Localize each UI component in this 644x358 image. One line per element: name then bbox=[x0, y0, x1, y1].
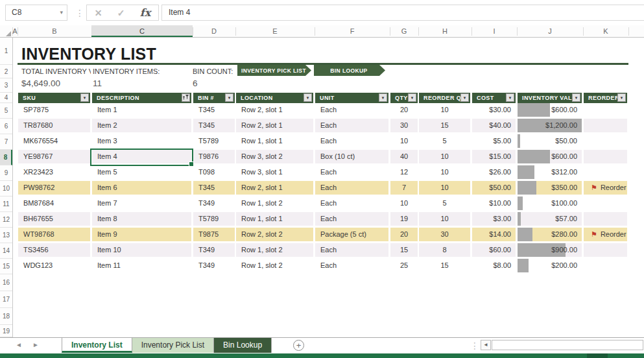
cell-H13[interactable]: 30 bbox=[419, 228, 470, 241]
cell-E6[interactable]: Row 2, slot 1 bbox=[236, 119, 313, 132]
cell-F15[interactable]: Each bbox=[315, 259, 388, 272]
cell-K7[interactable] bbox=[584, 134, 627, 148]
filter-dropdown-icon-sku[interactable]: ▼ bbox=[80, 93, 89, 102]
cell-F13[interactable]: Package (5 ct) bbox=[315, 228, 388, 241]
cell-H12[interactable]: 10 bbox=[419, 212, 470, 226]
cell-C13[interactable]: Item 9 bbox=[92, 228, 191, 241]
filter-dropdown-icon-reorder-qty[interactable]: ▼ bbox=[460, 93, 469, 102]
cell-J8[interactable]: $600.00 bbox=[518, 150, 582, 163]
cell-K8[interactable] bbox=[584, 150, 627, 163]
column-title-unit[interactable]: UNIT▼ bbox=[315, 93, 388, 103]
cell-K11[interactable] bbox=[584, 197, 627, 210]
column-header-D[interactable]: D bbox=[211, 25, 217, 37]
cell-B15[interactable]: WDG123 bbox=[18, 259, 90, 272]
cell-I15[interactable]: $8.00 bbox=[472, 259, 516, 272]
cell-C15[interactable]: Item 11 bbox=[92, 259, 191, 272]
cell-C14[interactable]: Item 10 bbox=[92, 243, 191, 257]
cell-D15[interactable]: T349 bbox=[193, 259, 235, 272]
total-inventory-value-label[interactable]: TOTAL INVENTORY VALUE: bbox=[21, 67, 91, 75]
cell-G13[interactable]: 20 bbox=[390, 228, 418, 241]
filter-dropdown-icon-location[interactable]: ▼ bbox=[304, 93, 312, 102]
row-header-5[interactable]: 5 bbox=[0, 103, 12, 119]
enter-icon[interactable]: ✓ bbox=[113, 8, 129, 18]
cell-I5[interactable]: $30.00 bbox=[472, 103, 516, 117]
name-box-caret-icon[interactable]: ▾ bbox=[60, 5, 63, 20]
cell-J14[interactable]: $900.00 bbox=[518, 243, 582, 257]
horizontal-scrollbar-thumb[interactable] bbox=[492, 340, 643, 350]
cell-J10[interactable]: $350.00 bbox=[518, 181, 582, 195]
cell-E10[interactable]: Row 2, slot 1 bbox=[236, 181, 313, 195]
row-header-16[interactable]: 16 bbox=[0, 274, 12, 291]
cell-F5[interactable]: Each bbox=[315, 103, 388, 117]
cell-B12[interactable]: BH67655 bbox=[18, 212, 90, 226]
cell-G14[interactable]: 15 bbox=[390, 243, 418, 257]
cell-I9[interactable]: $26.00 bbox=[472, 165, 516, 179]
cell-K9[interactable] bbox=[584, 165, 627, 179]
row-header-11[interactable]: 11 bbox=[0, 197, 12, 212]
cell-G6[interactable]: 30 bbox=[390, 119, 418, 132]
cell-E9[interactable]: Row 3, slot 1 bbox=[236, 165, 313, 179]
column-header-E[interactable]: E bbox=[272, 25, 277, 37]
name-box[interactable]: C8 ▾ bbox=[5, 5, 67, 21]
column-header-F[interactable]: F bbox=[350, 25, 355, 37]
filter-dropdown-icon-cost[interactable]: ▼ bbox=[506, 93, 514, 102]
filter-dropdown-icon-unit[interactable]: ▼ bbox=[379, 93, 387, 102]
cell-G11[interactable]: 10 bbox=[390, 197, 418, 210]
cell-B9[interactable]: XR23423 bbox=[18, 165, 90, 179]
cell-C12[interactable]: Item 8 bbox=[92, 212, 191, 226]
cell-D5[interactable]: T345 bbox=[193, 103, 235, 117]
cell-J6[interactable]: $1,200.00 bbox=[518, 119, 582, 132]
cell-D6[interactable]: T345 bbox=[193, 119, 235, 132]
cell-I8[interactable]: $15.00 bbox=[472, 150, 516, 163]
cell-J15[interactable]: $200.00 bbox=[518, 259, 582, 272]
cell-E11[interactable]: Row 1, slot 2 bbox=[236, 197, 313, 210]
filter-dropdown-icon-qty[interactable]: ▼ bbox=[408, 93, 416, 102]
cell-C11[interactable]: Item 7 bbox=[92, 197, 191, 210]
bin-count-label[interactable]: BIN COUNT: bbox=[193, 67, 233, 75]
row-header-6[interactable]: 6 bbox=[0, 119, 12, 134]
cell-B8[interactable]: YE98767 bbox=[18, 150, 90, 163]
row-header-17[interactable]: 17 bbox=[0, 291, 12, 308]
cell-H14[interactable]: 8 bbox=[419, 243, 470, 257]
total-inventory-value[interactable]: $4,649.00 bbox=[21, 78, 60, 88]
bin-count-value[interactable]: 6 bbox=[193, 78, 198, 88]
row-header-9[interactable]: 9 bbox=[0, 165, 12, 181]
column-header-C[interactable]: C bbox=[139, 25, 145, 37]
cell-K15[interactable] bbox=[584, 259, 627, 272]
cell-F6[interactable]: Each bbox=[315, 119, 388, 132]
column-title-location[interactable]: LOCATION▼ bbox=[236, 93, 313, 103]
cell-D10[interactable]: T345 bbox=[193, 181, 235, 195]
cell-K14[interactable] bbox=[584, 243, 627, 257]
cell-B7[interactable]: MK676554 bbox=[18, 134, 90, 148]
column-title-inventory-value[interactable]: INVENTORY VALUE▼ bbox=[518, 93, 582, 103]
cell-D12[interactable]: T5789 bbox=[193, 212, 235, 226]
row-header-4[interactable]: 4 bbox=[0, 93, 12, 103]
cell-B6[interactable]: TR87680 bbox=[18, 119, 90, 132]
tab-strip-divider-dots[interactable]: ⋮ bbox=[470, 341, 479, 350]
inventory-pick-list-button[interactable]: INVENTORY PICK LIST bbox=[237, 65, 311, 76]
column-title-sku[interactable]: SKU▼ bbox=[18, 93, 90, 103]
cell-C10[interactable]: Item 6 bbox=[92, 181, 191, 195]
cell-I13[interactable]: $14.00 bbox=[472, 228, 516, 241]
tab-inventory-pick-list[interactable]: Inventory Pick List bbox=[132, 338, 214, 353]
cell-F8[interactable]: Box (10 ct) bbox=[315, 150, 388, 163]
cell-E13[interactable]: Row 2, slot 2 bbox=[236, 228, 313, 241]
cell-I11[interactable]: $10.00 bbox=[472, 197, 516, 210]
cell-H15[interactable]: 15 bbox=[419, 259, 470, 272]
cell-G7[interactable]: 10 bbox=[390, 134, 418, 148]
row-header-8[interactable]: 8 bbox=[0, 150, 12, 165]
column-title-description[interactable]: DESCRIPTION bbox=[92, 93, 191, 103]
cell-G5[interactable]: 20 bbox=[390, 103, 418, 117]
cell-G8[interactable]: 40 bbox=[390, 150, 418, 163]
tab-inventory-list[interactable]: Inventory List bbox=[62, 338, 132, 353]
cell-I14[interactable]: $60.00 bbox=[472, 243, 516, 257]
cell-I7[interactable]: $5.00 bbox=[472, 134, 516, 148]
cell-C5[interactable]: Item 1 bbox=[92, 103, 191, 117]
cell-G9[interactable]: 12 bbox=[390, 165, 418, 179]
formula-input[interactable]: Item 4 bbox=[161, 5, 644, 21]
row-header-1[interactable]: 1 bbox=[0, 38, 12, 65]
column-header-I[interactable]: I bbox=[493, 25, 495, 37]
cell-E8[interactable]: Row 3, slot 2 bbox=[236, 150, 313, 163]
cell-F7[interactable]: Each bbox=[315, 134, 388, 148]
cell-E12[interactable]: Row 1, slot 1 bbox=[236, 212, 313, 226]
